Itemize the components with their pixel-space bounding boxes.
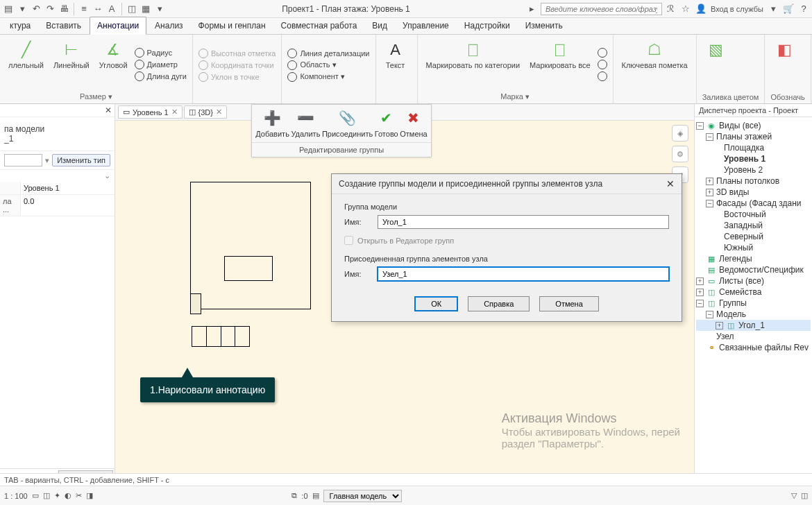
dialog-close-button[interactable]: ✕ [666, 178, 675, 189]
btn-aligned[interactable]: ╱ллельный [6, 37, 46, 92]
btn-linear[interactable]: ⊢Линейный [51, 37, 92, 92]
nav-wheel-icon[interactable]: ⚙ [672, 146, 688, 162]
tree-legends[interactable]: ▦Легенды [696, 253, 811, 264]
btn-tag-extra1[interactable] [598, 48, 607, 58]
model-dropdown[interactable]: Главная модель [323, 490, 402, 502]
btn-detail-line[interactable]: Линия детализации [287, 49, 369, 58]
cart-icon[interactable]: 🛒 [783, 3, 794, 15]
btn-tag-cat[interactable]: ⎕Маркировать по категории [423, 37, 523, 92]
text-icon[interactable]: A [106, 3, 117, 15]
scale[interactable]: 1 : 100 [4, 492, 28, 500]
print-icon[interactable]: 🖶 [58, 3, 69, 15]
detail-group-name-input[interactable] [378, 267, 669, 281]
sb-filter-icon[interactable]: ▽ [791, 491, 797, 500]
dialog-help-button[interactable]: Справка [468, 296, 530, 311]
sb-icon[interactable]: ▤ [312, 491, 319, 500]
vc-icon[interactable]: ◐ [65, 491, 71, 500]
btn-region[interactable]: Область ▾ [287, 60, 369, 70]
tree-groups[interactable]: –◫Группы [696, 298, 811, 309]
person-icon[interactable]: 👤 [695, 3, 707, 15]
model-group-name-input[interactable] [378, 215, 669, 229]
vc-icon[interactable]: ▭ [32, 491, 39, 500]
close-icon[interactable]: ✕ [216, 108, 222, 117]
btn-fill[interactable]: ▧ [702, 37, 730, 92]
btn-tag-all[interactable]: ⎕Маркировать все [527, 37, 593, 92]
vc-icon[interactable]: ✦ [54, 491, 60, 500]
tree-uzel[interactable]: Узел [696, 331, 811, 342]
tree-elev[interactable]: –Фасады (Фасад здани [696, 198, 811, 209]
tree-north[interactable]: Северный [696, 231, 811, 242]
tree-level2[interactable]: Уровень 2 [696, 164, 811, 176]
close-icon[interactable]: ✕ [105, 105, 112, 115]
tab-manage[interactable]: Управление [396, 17, 456, 34]
btn-legend[interactable]: ◧ [770, 37, 798, 92]
grp-cancel-button[interactable]: ✖Отмена [400, 109, 427, 138]
btn-tag-extra3[interactable] [598, 71, 607, 81]
vc-icon[interactable]: ◫ [43, 491, 50, 500]
sb-select-icon[interactable]: ◫ [801, 491, 808, 500]
edit-type-button[interactable]: Изменить тип [52, 154, 110, 166]
tree-east[interactable]: Восточный [696, 209, 811, 220]
group-label-mark[interactable]: Марка ▾ [423, 92, 607, 102]
signin-link[interactable]: Вход в службы [711, 5, 763, 13]
tree-west[interactable]: Западный [696, 220, 811, 231]
vc-icon[interactable]: ◨ [86, 491, 93, 500]
tree-site[interactable]: Площадка [696, 142, 811, 153]
tab-insert[interactable]: Вставить [39, 17, 88, 34]
tab-massing[interactable]: Формы и генплан [192, 17, 273, 34]
dropdown-icon[interactable]: ▾ [768, 3, 779, 15]
prop-offset[interactable]: 0.0 [21, 195, 115, 216]
tree-links[interactable]: ⚭Связанные файлы Rev [696, 342, 811, 353]
app-badge-icon[interactable]: ℛ [665, 3, 676, 15]
tab-modify[interactable]: Изменить [518, 17, 570, 34]
tree-3dviews[interactable]: +3D виды [696, 187, 811, 198]
btn-angular[interactable]: ∡Угловой [96, 37, 130, 92]
open-icon[interactable]: ▾ [17, 3, 28, 15]
tab-analyze[interactable]: Анализ [148, 17, 190, 34]
btn-text[interactable]: AТекст [382, 37, 409, 92]
dialog-ok-button[interactable]: ОК [414, 296, 458, 311]
search-input[interactable] [541, 3, 662, 15]
undo-icon[interactable]: ↶ [31, 3, 42, 15]
tab-addon[interactable]: Надстройки [457, 17, 517, 34]
grp-add-button[interactable]: ➕Добавить [255, 109, 289, 138]
close-icon[interactable]: ✕ [171, 108, 178, 117]
view-icon[interactable]: ◫ [126, 3, 137, 15]
btn-keynote[interactable]: ☖Ключевая пометка [619, 37, 691, 92]
view-tab-level1[interactable]: ▭ Уровень 1 ✕ [118, 105, 183, 119]
btn-component[interactable]: Компонент ▾ [287, 72, 369, 82]
tree-model[interactable]: –Модель [696, 309, 811, 320]
tab-collab[interactable]: Совместная работа [274, 17, 364, 34]
btn-diameter[interactable]: Диаметр [135, 60, 187, 69]
tree-schedules[interactable]: ▤Ведомости/Специфик [696, 264, 811, 275]
view-canvas[interactable]: ▭ Уровень 1 ✕ ◫ {3D} ✕ ➕Добавить ➖Удалит… [115, 104, 694, 486]
tree-views[interactable]: –◉Виды (все) [696, 120, 811, 131]
sb-icon[interactable]: ⧉ [291, 491, 297, 500]
grp-remove-button[interactable]: ➖Удалить [291, 109, 320, 138]
open-in-editor-checkbox[interactable] [344, 236, 353, 245]
tab-arch[interactable]: ктура [3, 17, 37, 34]
prop-level[interactable]: Уровень 1 [21, 182, 115, 194]
btn-radius[interactable]: Радиус [135, 48, 187, 58]
nav-cube-icon[interactable]: ◈ [672, 125, 688, 142]
vc-icon[interactable]: ✂ [76, 491, 82, 500]
view-tab-3d[interactable]: ◫ {3D} ✕ [184, 105, 227, 119]
tree-plans[interactable]: –Планы этажей [696, 131, 811, 142]
grp-attach-button[interactable]: 📎Присоединить [322, 109, 373, 138]
tree-south[interactable]: Южный [696, 242, 811, 253]
tab-annotate[interactable]: Аннотации [90, 17, 146, 35]
group-label-dim[interactable]: Размер ▾ [6, 92, 187, 102]
measure-icon[interactable]: ↔ [92, 3, 103, 15]
tree-ceilings[interactable]: +Планы потолков [696, 176, 811, 187]
sb-zero[interactable]: :0 [301, 492, 307, 500]
tree-sheets[interactable]: +▭Листы (все) [696, 275, 811, 286]
redo-icon[interactable]: ↷ [44, 3, 56, 15]
tree-level1[interactable]: Уровень 1 [696, 153, 811, 164]
panel-icon[interactable]: ▦ [140, 3, 151, 15]
help-icon[interactable]: ? [798, 3, 809, 15]
star-icon[interactable]: ☆ [680, 3, 691, 15]
dialog-cancel-button[interactable]: Отмена [539, 296, 598, 311]
grp-finish-button[interactable]: ✔Готово [375, 109, 398, 138]
btn-arc[interactable]: Длина дуги [135, 71, 187, 81]
more-icon[interactable]: ▾ [154, 3, 165, 15]
